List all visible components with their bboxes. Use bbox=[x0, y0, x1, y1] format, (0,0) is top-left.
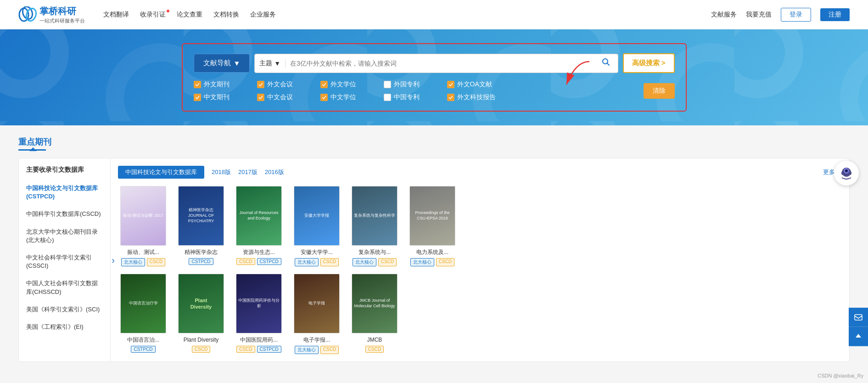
sidebar-arrow-icon: › bbox=[112, 254, 115, 265]
journal-card-10[interactable]: 电子学报 电子学报... 北大核心 CSCD bbox=[291, 274, 342, 354]
journal-tags-1: 北大核心 CSCD bbox=[121, 258, 165, 266]
tab-cstpcd[interactable]: 中国科技论文与引文数据库 bbox=[118, 166, 204, 179]
nav-item-check[interactable]: 论文查重 bbox=[177, 11, 202, 19]
cover-text-1: 振动·测试与诊断 2017 bbox=[121, 211, 165, 220]
cover-text-3: Journal of Resources and Ecology bbox=[236, 208, 281, 223]
tag-cstpcd-7: CSTPCD bbox=[131, 346, 155, 353]
journal-card-11[interactable]: JMCB Journal of Molecular Cell Biology J… bbox=[349, 274, 400, 354]
tab-2017[interactable]: 2017版 bbox=[238, 168, 258, 176]
tab-2018[interactable]: 2018版 bbox=[212, 168, 231, 176]
checkbox-foreign-conf[interactable]: 外文会议 bbox=[257, 80, 293, 89]
nav-item-translate[interactable]: 文档翻译 bbox=[103, 11, 129, 19]
journal-cover-4: 安徽大学学报 bbox=[294, 186, 340, 246]
checkbox-group-3: 外文学位 中文学位 bbox=[320, 80, 356, 101]
journal-card-4[interactable]: 安徽大学学报 安徽大学学... 北大核心 CSCD bbox=[291, 186, 342, 266]
clear-button[interactable]: 清除 bbox=[644, 83, 675, 99]
tag-beida-4: 北大核心 bbox=[295, 258, 319, 266]
journal-name-8: Plant Diversity bbox=[184, 336, 219, 344]
register-button[interactable]: 注册 bbox=[820, 8, 850, 21]
sidebar-item-chsscd[interactable]: 中国人文社会科学引文数据库(CHSSCD) bbox=[19, 275, 110, 300]
tag-cscd-8: CSCD bbox=[192, 346, 210, 353]
journal-card-8[interactable]: PlantDiversity Plant Diversity CSCD bbox=[176, 274, 226, 354]
checkbox-chinese-patent[interactable]: 中国专利 bbox=[384, 93, 420, 101]
checkbox-icon-chinese-degree bbox=[320, 94, 328, 101]
cover-text-10: 电子学报 bbox=[307, 299, 327, 308]
logo[interactable]: 掌桥科研 一站式科研服务平台 bbox=[18, 5, 85, 24]
subject-select[interactable]: 主题 ▼ bbox=[259, 59, 286, 68]
journal-cover-11: JMCB Journal of Molecular Cell Biology bbox=[352, 274, 398, 333]
advanced-search-button[interactable]: 高级搜索 > bbox=[623, 53, 675, 73]
journal-card-6[interactable]: Proceedings of the CSU-EPSA 2016 电力系统及..… bbox=[407, 186, 458, 266]
journal-cards-row2: 中国语言治疗学 中国语言治... CSTPCD PlantDiversity P… bbox=[118, 274, 842, 354]
checkbox-label: 外文期刊 bbox=[204, 80, 230, 89]
tag-beida-6: 北大核心 bbox=[410, 258, 434, 266]
checkbox-chinese-conf[interactable]: 中文会议 bbox=[257, 93, 293, 101]
journal-cover-10: 电子学报 bbox=[294, 274, 340, 333]
nav-dropdown-button[interactable]: 文献导航 ▼ bbox=[194, 54, 250, 73]
cover-text-6: Proceedings of the CSU-EPSA 2016 bbox=[410, 208, 455, 223]
journal-card-5[interactable]: 复杂系统与复杂性科学 复杂系统与... 北大核心 CSCD bbox=[349, 186, 400, 266]
header-right: 文献服务 我要充值 登录 注册 bbox=[711, 8, 850, 22]
svg-line-4 bbox=[607, 63, 609, 66]
sidebar-item-cssci[interactable]: 中文社会科学学引文索引(CSSCI) bbox=[19, 249, 110, 275]
side-btn-top[interactable] bbox=[849, 327, 868, 346]
journal-tags-5: 北大核心 CSCD bbox=[353, 258, 397, 266]
sidebar-item-cscd[interactable]: 中国科学引文数据库(CSCD) bbox=[19, 205, 110, 223]
title-underline bbox=[18, 149, 46, 151]
journals-tabs: 中国科技论文与引文数据库 2018版 2017版 2016版 更多>> bbox=[118, 166, 842, 179]
checkbox-icon-foreign-conf bbox=[257, 81, 264, 88]
logo-subtitle: 一站式科研服务平台 bbox=[39, 17, 85, 24]
checkbox-label: 外国专利 bbox=[394, 80, 420, 89]
journal-cover-5: 复杂系统与复杂性科学 bbox=[352, 186, 398, 246]
journal-card-1[interactable]: 振动·测试与诊断 2017 振动、测试... 北大核心 CSCD bbox=[118, 186, 168, 266]
journal-cover-7: 中国语言治疗学 bbox=[120, 274, 166, 333]
sidebar-item-beida[interactable]: 北京大学中文核心期刊目录(北大核心) bbox=[19, 223, 110, 249]
checkbox-chinese-degree[interactable]: 中文学位 bbox=[320, 93, 356, 101]
side-btn-message[interactable] bbox=[849, 308, 868, 327]
journal-tags-11: CSCD bbox=[365, 346, 384, 353]
journal-card-7[interactable]: 中国语言治疗学 中国语言治... CSTPCD bbox=[118, 274, 168, 354]
checkbox-foreign-oa[interactable]: 外文OA文献 bbox=[447, 80, 496, 89]
customer-service-icon[interactable] bbox=[834, 161, 859, 186]
checkbox-group-2: 外文会议 中文会议 bbox=[257, 80, 293, 101]
journal-cover-6: Proceedings of the CSU-EPSA 2016 bbox=[409, 186, 455, 246]
checkbox-row: 外文期刊 中文期刊 外文会议 bbox=[194, 80, 675, 101]
journal-card-9[interactable]: 中国医院用药评价与分析 中国医院用药... CSCD CSTPCD bbox=[234, 274, 284, 354]
search-icon[interactable] bbox=[599, 57, 613, 69]
journal-cover-2: 精神医学杂志 JOURNAL OF PSYCHIATRY bbox=[178, 186, 224, 246]
checkbox-icon-chinese-patent bbox=[384, 94, 391, 101]
login-button[interactable]: 登录 bbox=[781, 8, 811, 22]
journal-card-3[interactable]: Journal of Resources and Ecology 资源与生态..… bbox=[234, 186, 284, 266]
search-input[interactable] bbox=[290, 60, 598, 67]
sidebar-item-cstpcd[interactable]: 中国科技论文与引文数据库(CSTPCD) bbox=[19, 180, 110, 205]
header-link-recharge[interactable]: 我要充值 bbox=[746, 11, 772, 19]
sidebar-section-title: 主要收录引文数据库 bbox=[19, 166, 110, 180]
journal-tags-7: CSTPCD bbox=[131, 346, 155, 353]
checkbox-icon-foreign-patent bbox=[384, 81, 391, 88]
checkbox-chinese-journal[interactable]: 中文期刊 bbox=[194, 93, 230, 101]
checkbox-foreign-degree[interactable]: 外文学位 bbox=[320, 80, 356, 89]
checkbox-icon-chinese-journal bbox=[194, 94, 201, 101]
checkbox-icon-foreign-tech bbox=[447, 94, 454, 101]
sidebar-item-ei[interactable]: 美国《工程索引》(EI) bbox=[19, 318, 110, 336]
journal-tags-4: 北大核心 CSCD bbox=[295, 258, 339, 266]
header-link-service[interactable]: 文献服务 bbox=[711, 11, 737, 19]
sidebar-left: 主要收录引文数据库 中国科技论文与引文数据库(CSTPCD) 中国科学引文数据库… bbox=[19, 158, 111, 361]
checkbox-label: 中文学位 bbox=[330, 93, 356, 101]
journal-name-9: 中国医院用药... bbox=[240, 336, 278, 344]
cover-text-4: 安徽大学学报 bbox=[302, 211, 331, 220]
nav-item-enterprise[interactable]: 企业服务 bbox=[250, 11, 276, 19]
sidebar-item-sci[interactable]: 美国《科学引文索引》(SCI) bbox=[19, 301, 110, 318]
nav-item-citation[interactable]: 收录引证 bbox=[140, 11, 166, 19]
nav-item-convert[interactable]: 文档转换 bbox=[213, 11, 239, 19]
checkbox-label: 外文学位 bbox=[330, 80, 356, 89]
journal-card-2[interactable]: 精神医学杂志 JOURNAL OF PSYCHIATRY 精神医学杂志 CSTP… bbox=[176, 186, 226, 266]
checkbox-foreign-journal[interactable]: 外文期刊 bbox=[194, 80, 230, 89]
checkbox-group-1: 外文期刊 中文期刊 bbox=[194, 80, 230, 101]
tab-2016[interactable]: 2016版 bbox=[265, 168, 284, 176]
checkbox-foreign-tech[interactable]: 外文科技报告 bbox=[447, 93, 496, 101]
tag-beida-5: 北大核心 bbox=[353, 258, 376, 266]
journal-tags-2: CSTPCD bbox=[189, 258, 213, 265]
svg-point-8 bbox=[845, 169, 848, 172]
checkbox-foreign-patent[interactable]: 外国专利 bbox=[384, 80, 420, 89]
